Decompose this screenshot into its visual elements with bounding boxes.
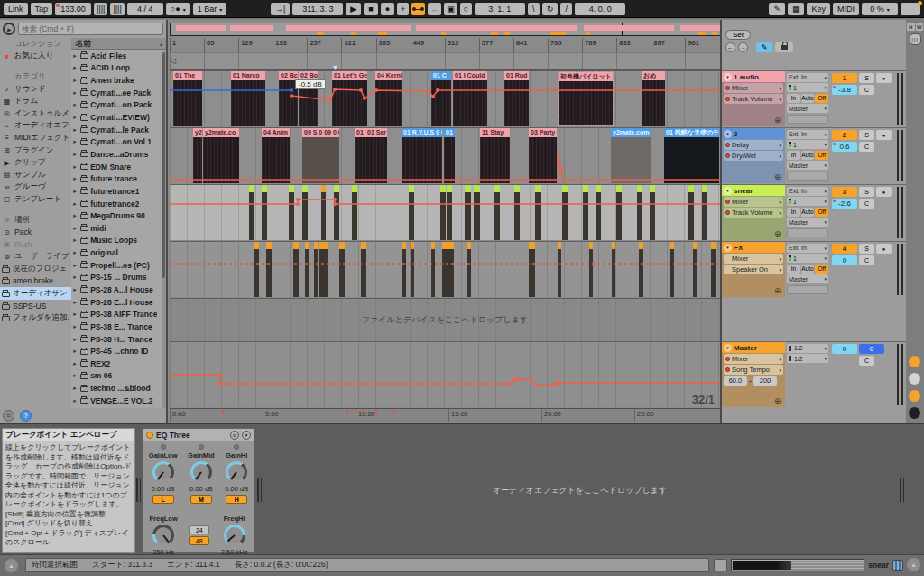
play-button[interactable]: ▶	[346, 3, 361, 15]
loop-button[interactable]: ↻	[542, 3, 559, 15]
master-out-chooser[interactable]: 1/2▾	[787, 354, 828, 363]
browser-folder-row[interactable]: ▸ sm 06	[71, 370, 166, 383]
help-button[interactable]: ?	[20, 410, 32, 422]
solo-button[interactable]: S	[859, 130, 874, 140]
control-chooser[interactable]: Track Volume ▾	[724, 208, 783, 218]
mixer-section-toggle[interactable]	[909, 407, 920, 419]
optimize-width-button[interactable]: W	[916, 23, 924, 31]
save-preset-icon[interactable]: ▼	[242, 431, 251, 440]
browser-nav-item[interactable]: ⊞ プラグイン	[0, 144, 71, 157]
clip[interactable]	[670, 242, 674, 297]
draw-automation-button[interactable]: ✎	[756, 42, 772, 52]
device-title-bar[interactable]: EQ Three ⇄ ▼	[143, 429, 254, 441]
clip[interactable]	[589, 242, 593, 297]
clip[interactable]: 初号機パイロット	[558, 71, 614, 126]
arm-button[interactable]: ●	[876, 73, 892, 83]
clip[interactable]	[352, 185, 357, 240]
clip[interactable]: 04 Anim	[262, 128, 290, 183]
control-chooser[interactable]: Speaker On ▾	[724, 265, 783, 274]
add-automation-lane-button[interactable]: ⊕	[774, 173, 782, 181]
browser-folder-row[interactable]: ▸ futuretrance2	[71, 198, 166, 210]
browser-folder-row[interactable]: ▸ Acid Files	[71, 50, 166, 62]
track-header[interactable]: ▾ FX Mixer ▾ Speaker On ▾	[722, 241, 906, 297]
slope-24-button[interactable]: 24	[189, 525, 209, 534]
browser-folder-row[interactable]: ▸ Cymati...ee Pack	[71, 87, 166, 99]
master-track-lane[interactable]: 32/1	[170, 341, 720, 407]
browser-folder-row[interactable]: ▸ future trance	[71, 172, 166, 185]
draw-mode-button[interactable]: ✎	[769, 3, 785, 15]
add-automation-lane-button[interactable]: ⊕	[774, 116, 782, 125]
browser-folder-row[interactable]: ▸ PS-15 ... Drums	[71, 272, 166, 284]
clip[interactable]	[334, 185, 339, 240]
key-map-button[interactable]: Key	[807, 3, 830, 15]
browser-folder-row[interactable]: ▸ Propell...os (PC)	[71, 259, 166, 272]
browser-folder-row[interactable]: ▸ PS-28 E...l House	[71, 296, 166, 309]
freq-hi-knob[interactable]	[224, 525, 245, 546]
browser-nav-item[interactable]: フォルダを追加...	[0, 311, 71, 324]
master-pan-value[interactable]: 0	[859, 344, 884, 354]
mixer-section-toggle[interactable]	[909, 373, 920, 385]
clip[interactable]: 01 C	[431, 71, 451, 126]
capture-midi-button[interactable]: ▣	[444, 3, 457, 15]
monitor-in-button[interactable]: In	[787, 151, 800, 160]
tempo-display[interactable]: 133.00	[55, 3, 91, 15]
browser-folder-row[interactable]: ▸ PS-45 ...chno ID	[71, 345, 166, 358]
volume-value[interactable]: 0.6	[832, 142, 857, 152]
gain-knob[interactable]	[226, 461, 247, 483]
sample-preview-waveform[interactable]	[731, 559, 864, 571]
clip[interactable]	[262, 185, 267, 240]
clip[interactable]	[411, 242, 414, 297]
track-title[interactable]: ▾ 2	[722, 128, 785, 139]
band-kill-button[interactable]: M	[190, 495, 212, 504]
monitor-off-button[interactable]: Off	[815, 94, 828, 103]
clip[interactable]	[442, 242, 454, 297]
device-chooser[interactable]: Mixer ▾	[724, 354, 783, 364]
track-lane-2[interactable]: y2y2mate.co04 Anim09 S 0 09 0 00101 Sar0…	[170, 127, 720, 183]
clip[interactable]: 11 Stay	[480, 128, 510, 183]
loop-length-display[interactable]: 4. 0. 0	[575, 3, 625, 15]
browser-folder-row[interactable]: ▸ Cymati...EVIEW)	[71, 111, 166, 124]
arrangement-position-display[interactable]: 311. 3. 3	[292, 3, 343, 15]
clip[interactable]	[314, 242, 318, 297]
browser-folder-row[interactable]: ▸ ACID Loop	[71, 62, 166, 75]
band-kill-button[interactable]: L	[152, 495, 174, 504]
track-title[interactable]: ▾ FX	[722, 242, 785, 253]
search-input[interactable]	[18, 23, 163, 35]
browser-nav-item[interactable]: ≡ MIDIエフェクト	[0, 132, 71, 144]
computer-midi-keyboard-button[interactable]: ▦	[788, 3, 805, 15]
monitor-off-button[interactable]: Off	[815, 265, 828, 274]
browser-nav-item[interactable]	[0, 62, 71, 70]
clip[interactable]	[616, 185, 622, 240]
prev-locator-button[interactable]: ←	[725, 42, 735, 52]
clip[interactable]	[711, 242, 716, 297]
control-chooser[interactable]: Track Volume ▾	[724, 94, 783, 104]
browser-nav-item[interactable]: ♪ サウンド	[0, 83, 71, 96]
output-chooser[interactable]: Master▾	[787, 161, 828, 170]
add-automation-lane-button[interactable]: ⊕	[774, 287, 782, 295]
browser-folder-row[interactable]: ▸ Cymati...le Pack	[71, 124, 166, 136]
record-button[interactable]: ●	[381, 3, 394, 15]
clip[interactable]	[266, 242, 272, 297]
clip[interactable]	[558, 242, 561, 297]
mixer-section-toggle[interactable]	[909, 390, 920, 402]
clip[interactable]	[596, 185, 601, 240]
control-chooser[interactable]: Song Tempo ▾	[724, 365, 783, 375]
fixed-height-button[interactable]: H	[907, 23, 915, 31]
clip[interactable]	[302, 185, 308, 240]
browser-nav-item[interactable]: ▣ Push	[0, 238, 71, 251]
clip[interactable]	[440, 185, 446, 240]
browser-nav-item[interactable]: ○ 場所	[0, 214, 71, 227]
reenable-automation-button[interactable]: ←	[428, 3, 441, 15]
browser-folder-row[interactable]: ▸ PS-38 H... Trance	[71, 333, 166, 346]
set-locator-button[interactable]: Set	[725, 30, 751, 40]
crossfade-button[interactable]: C	[859, 255, 874, 265]
input-type-chooser[interactable]: Ext. In▾	[787, 73, 828, 82]
clip[interactable]	[693, 242, 697, 297]
clip[interactable]	[474, 185, 480, 240]
input-channel-chooser[interactable]: 1▾	[787, 197, 828, 206]
clip[interactable]	[535, 185, 541, 240]
stop-button[interactable]: ■	[364, 3, 377, 15]
device-chooser[interactable]: Delay ▾	[724, 140, 783, 150]
output-chooser[interactable]: Master▾	[787, 274, 828, 283]
solo-button[interactable]: S	[859, 244, 874, 254]
